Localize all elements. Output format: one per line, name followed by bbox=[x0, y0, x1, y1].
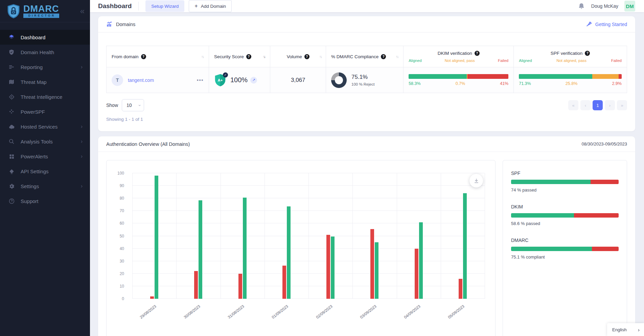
help-icon[interactable]: ? bbox=[141, 54, 146, 59]
user-avatar[interactable]: DM bbox=[624, 1, 635, 12]
bar-segment bbox=[519, 74, 592, 79]
help-icon[interactable]: ? bbox=[246, 54, 251, 59]
sidebar-collapse-icon[interactable]: « bbox=[80, 7, 85, 15]
domain-link[interactable]: tangent.com bbox=[128, 77, 154, 83]
domain-health-icon bbox=[8, 49, 15, 55]
x-axis-label: 05/09/2023 bbox=[447, 304, 465, 319]
language-label: English bbox=[612, 327, 627, 332]
table-row: T tangent.com ••• A+ ✓ bbox=[107, 67, 627, 93]
chevron-right-icon: › bbox=[81, 183, 83, 189]
subheader-aligned: Aligned bbox=[409, 59, 421, 63]
pagination: « ‹ 1 › » bbox=[568, 100, 627, 110]
notifications-bell-icon[interactable] bbox=[578, 2, 585, 10]
spf-stacked-bar bbox=[519, 74, 622, 79]
powerspf-icon bbox=[8, 108, 15, 115]
sidebar-item-hosted-services[interactable]: Hosted Services› bbox=[0, 119, 90, 134]
bar-segment bbox=[619, 74, 622, 79]
sidebar-item-threat-map[interactable]: Threat Map bbox=[0, 74, 90, 89]
sidebar-item-threat-intelligence[interactable]: Threat Intelligence bbox=[0, 89, 90, 104]
row-actions-menu-icon[interactable]: ••• bbox=[197, 77, 204, 83]
show-label: Show bbox=[106, 103, 118, 108]
domain-avatar: T bbox=[112, 74, 123, 86]
x-axis: 29/08/202330/08/202331/08/202301/09/2023… bbox=[132, 300, 485, 334]
pagination-first-button[interactable]: « bbox=[568, 100, 578, 110]
sidebar-item-powerspf[interactable]: PowerSPF bbox=[0, 104, 90, 119]
bar-failed bbox=[282, 266, 286, 299]
cell-from-domain: T tangent.com ••• bbox=[107, 67, 209, 93]
cell-spf: 71.3% 25.8% 2.9% bbox=[514, 67, 627, 93]
sidebar-item-api-settings[interactable]: API Settings bbox=[0, 164, 90, 179]
sidebar-item-label: Settings bbox=[21, 183, 39, 189]
page-size-select[interactable]: 10 › bbox=[122, 99, 144, 111]
gridline bbox=[221, 173, 221, 299]
sidebar-item-settings[interactable]: Settings› bbox=[0, 179, 90, 194]
pagination-page-1-button[interactable]: 1 bbox=[593, 100, 603, 110]
y-axis-label: 70 bbox=[107, 208, 128, 213]
help-icon[interactable]: ? bbox=[585, 51, 590, 56]
auth-overview-panel: Authentication Overview (All Domains) 08… bbox=[98, 136, 635, 336]
threat-map-icon bbox=[8, 79, 15, 85]
y-axis-label: 90 bbox=[107, 183, 128, 188]
x-axis-label: 04/09/2023 bbox=[403, 304, 421, 319]
y-axis-label: 10 bbox=[107, 284, 128, 289]
sort-security-score[interactable]: ↑↓ bbox=[262, 54, 265, 59]
y-axis-label: 50 bbox=[107, 234, 128, 239]
cell-dmarc-compliance: 75.1% 100 % Reject bbox=[326, 67, 404, 93]
chevron-right-icon: › bbox=[81, 64, 83, 70]
chart-plot-area bbox=[132, 173, 485, 299]
sidebar-item-reporting[interactable]: Reporting› bbox=[0, 60, 90, 74]
bar-passed bbox=[463, 193, 467, 299]
spf-aligned-value: 71.3% bbox=[519, 81, 531, 86]
chevron-right-icon: › bbox=[81, 138, 83, 144]
sidebar-item-label: Hosted Services bbox=[21, 124, 58, 130]
sidebar-nav: DashboardDomain HealthReporting›Threat M… bbox=[0, 22, 90, 208]
sidebar-item-support[interactable]: Support bbox=[0, 194, 90, 208]
gridline bbox=[397, 173, 397, 299]
auth-summary-dmarc: DMARC75.1 % compliant bbox=[511, 238, 619, 260]
header-security-score: Security Score? ↑↓ bbox=[209, 46, 270, 67]
getting-started-link[interactable]: Getting Started bbox=[586, 21, 627, 27]
sidebar-item-poweralerts[interactable]: PowerAlerts› bbox=[0, 149, 90, 164]
sidebar-item-label: PowerSPF bbox=[21, 109, 45, 115]
gridline bbox=[176, 173, 177, 299]
score-expand-icon[interactable]: ↗ bbox=[250, 77, 257, 84]
table-header-row: From domain? ↑↓ Security Score? ↑↓ Volum… bbox=[107, 46, 627, 67]
help-icon[interactable]: ? bbox=[381, 54, 386, 59]
sidebar-item-dashboard[interactable]: Dashboard bbox=[0, 30, 90, 45]
sidebar-item-analysis-tools[interactable]: Analysis Tools› bbox=[0, 134, 90, 149]
language-selector[interactable]: English › bbox=[607, 323, 644, 336]
y-axis-label: 80 bbox=[107, 196, 128, 201]
sort-volume[interactable]: ↑↓ bbox=[319, 54, 322, 59]
sidebar-item-domain-health[interactable]: Domain Health bbox=[0, 45, 90, 60]
rocket-icon bbox=[586, 21, 592, 27]
y-axis-label: 60 bbox=[107, 221, 128, 226]
help-icon[interactable]: ? bbox=[304, 54, 309, 59]
cell-dkim: 58.3% 0.7% 41% bbox=[404, 67, 514, 93]
sort-from-domain[interactable]: ↑↓ bbox=[201, 54, 204, 59]
bar-failed bbox=[459, 279, 462, 299]
bar-passed bbox=[419, 222, 423, 299]
settings-icon bbox=[8, 183, 15, 189]
main-area: Dashboard Setup Wizard + Add Domain Doug… bbox=[90, 0, 644, 336]
user-name[interactable]: Doug McKay bbox=[591, 3, 618, 9]
topbar: Dashboard Setup Wizard + Add Domain Doug… bbox=[90, 0, 644, 12]
add-domain-button[interactable]: + Add Domain bbox=[189, 0, 232, 12]
sort-compliance[interactable]: ↑↓ bbox=[396, 54, 398, 59]
help-icon[interactable]: ? bbox=[475, 51, 480, 56]
dashboard-icon bbox=[8, 34, 15, 41]
dkim-aligned-value: 58.3% bbox=[409, 81, 420, 86]
dkim-failed-value: 41% bbox=[500, 81, 508, 86]
svg-text:A+: A+ bbox=[218, 78, 223, 82]
header-volume: Volume? ↑↓ bbox=[270, 46, 326, 67]
setup-wizard-button[interactable]: Setup Wizard bbox=[145, 0, 184, 12]
sidebar-item-label: Reporting bbox=[21, 64, 43, 70]
brand-logo: DMARC DIRECTOR « bbox=[0, 0, 90, 22]
pagination-last-button[interactable]: » bbox=[617, 100, 627, 110]
cell-volume: 3,067 bbox=[270, 67, 326, 93]
chart-download-button[interactable] bbox=[469, 174, 483, 187]
security-shield-icon: A+ ✓ bbox=[214, 74, 226, 87]
sidebar-item-label: PowerAlerts bbox=[21, 154, 48, 159]
pagination-next-button[interactable]: › bbox=[605, 100, 615, 110]
pagination-prev-button[interactable]: ‹ bbox=[580, 100, 591, 110]
bar-segment bbox=[409, 74, 467, 79]
